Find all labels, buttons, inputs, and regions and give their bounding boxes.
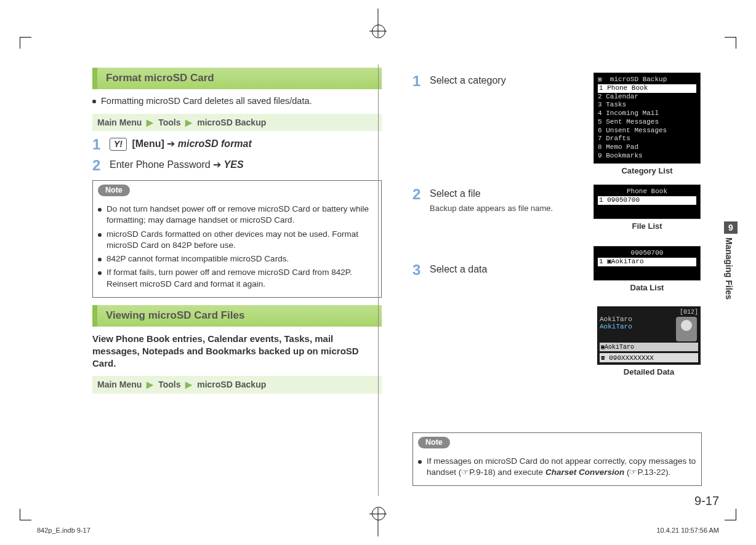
triangle-right-icon: ▶ (147, 379, 153, 391)
screenshot-file-list: Phone Book 1 09050700 File List (593, 185, 701, 239)
phone-number: ☎ 090XXXXXXXX (600, 353, 698, 362)
avatar-icon (676, 317, 697, 341)
menu-target: microSD format (178, 138, 252, 149)
section-heading-format: Format microSD Card (92, 68, 382, 89)
note-item: If format fails, turn power off and remo… (98, 267, 376, 289)
print-footer: 842p_E.indb 9-17 10.4.21 10:57:56 AM (37, 527, 719, 534)
triangle-right-icon: ▶ (185, 117, 192, 129)
registration-mark-icon (369, 514, 387, 514)
crop-mark-icon (725, 37, 736, 49)
menu-item-backup: microSD Backup (197, 117, 266, 127)
list-item: 8 Memo Pad (598, 143, 696, 152)
format-intro-text: Formatting microSD Card deletes all save… (92, 95, 382, 108)
key-icon: Y! (110, 138, 127, 151)
screen-title: ▣ microSD Backup (598, 76, 696, 84)
note-item: If messages on microSD Card do not appea… (418, 456, 696, 478)
note-item: Do not turn handset power off or remove … (98, 204, 376, 226)
note-badge: Note (98, 185, 130, 196)
menu-path-bar: Main Menu ▶ Tools ▶ microSD Backup (92, 376, 382, 394)
list-item: 9 Bookmarks (598, 152, 696, 161)
list-item: 3 Tasks (598, 101, 696, 109)
crop-mark-icon (20, 37, 31, 49)
step-2-format: 2 Enter Phone Password ➔ YES (92, 158, 382, 173)
crop-mark-icon (20, 509, 31, 520)
list-item: 1 09050700 (598, 196, 696, 205)
screenshot-data-list: 09050700 1 ▣AokiTaro Data List (593, 246, 701, 301)
step-1-format: 1 Y! [Menu] ➔ microSD format (92, 137, 382, 152)
list-item: 5 Sent Messages (598, 118, 696, 127)
list-item: 7 Drafts (598, 135, 696, 143)
menu-item-backup: microSD Backup (197, 380, 266, 389)
list-item: 4 Incoming Mail (598, 109, 696, 118)
list-item: 2 Calendar (598, 93, 696, 101)
footer-timestamp: 10.4.21 10:57:56 AM (656, 527, 719, 534)
arrow-right-icon: ➔ (213, 159, 221, 170)
chapter-tab: 9 Managing Files (724, 221, 738, 300)
step2-yes: YES (224, 159, 244, 170)
arrow-right-icon: ➔ (167, 138, 175, 149)
list-item: 6 Unsent Messages (598, 127, 696, 135)
step-number: 2 (412, 187, 430, 202)
step2-text: Enter Phone Password (110, 159, 211, 170)
note-item: 842P cannot format incompatible microSD … (98, 253, 376, 265)
registration-mark-icon (369, 31, 387, 31)
screenshot-caption: Data List (593, 283, 701, 292)
column-divider (378, 65, 379, 496)
chapter-label: Managing Files (724, 237, 734, 300)
manual-page: Format microSD Card Formatting microSD C… (0, 0, 756, 545)
screenshot-caption: Category List (593, 166, 701, 175)
page-number: 9-17 (694, 494, 719, 508)
step-number: 1 (412, 74, 430, 89)
screen-title: Phone Book (598, 188, 696, 196)
menu-prefix: Main Menu (97, 117, 142, 127)
step-number: 3 (412, 263, 430, 277)
screenshot-category-list: ▣ microSD Backup 1 Phone Book 2 Calendar… (593, 73, 701, 184)
menu-prefix: Main Menu (97, 380, 142, 389)
screen-title: 09050700 (598, 249, 696, 258)
screenshot-detailed-data: [012] AokiTaro AokiTaro ▣AokiTaro ☎ 090X… (597, 306, 701, 385)
footer-file: 842p_E.indb 9-17 (37, 527, 90, 534)
crop-mark-icon (725, 509, 736, 520)
section-heading-viewing: Viewing microSD Card Files (92, 305, 382, 327)
screenshot-caption: Detailed Data (597, 367, 701, 376)
note-item: microSD Cards formatted on other devices… (98, 229, 376, 251)
left-column: Format microSD Card Formatting microSD C… (92, 68, 382, 493)
step-number: 1 (92, 137, 110, 152)
note-box-charset: Note If messages on microSD Card do not … (412, 432, 702, 486)
viewing-intro: View Phone Book entries, Calendar events… (92, 333, 382, 370)
registration-mark-icon (372, 25, 385, 38)
menu-item-tools: Tools (158, 117, 180, 127)
step-number: 2 (92, 158, 110, 173)
screenshot-caption: File List (593, 221, 701, 231)
list-item: 1 ▣AokiTaro (598, 258, 696, 266)
menu-label: [Menu] (132, 138, 164, 149)
menu-item-tools: Tools (158, 380, 180, 389)
step2-text: Select a file (430, 188, 481, 199)
note-box-format: Note Do not turn handset power off or re… (92, 180, 382, 297)
triangle-right-icon: ▶ (147, 117, 153, 129)
triangle-right-icon: ▶ (185, 379, 192, 391)
menu-path-bar: Main Menu ▶ Tools ▶ microSD Backup (92, 114, 382, 132)
counter-badge: [012] (600, 309, 698, 316)
list-item: 1 Phone Book (598, 84, 696, 93)
note-badge: Note (418, 437, 450, 448)
chapter-number: 9 (724, 221, 738, 234)
